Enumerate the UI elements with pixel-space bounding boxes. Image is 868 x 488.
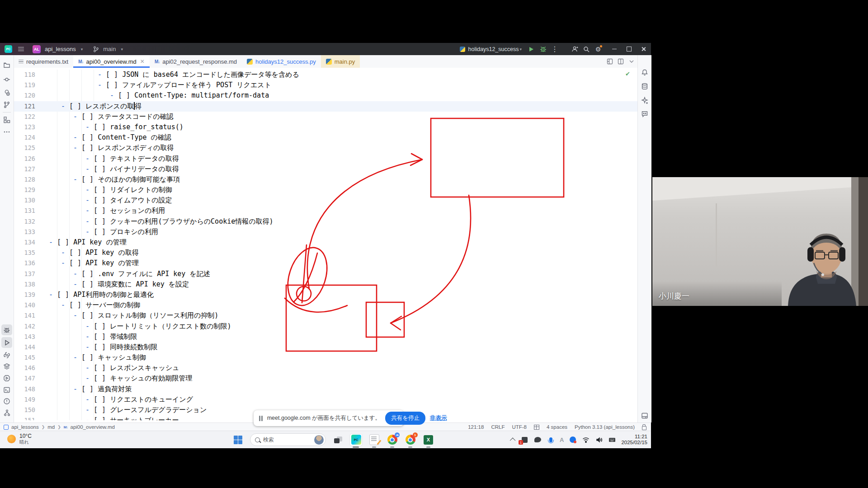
debug-tool-icon[interactable] — [1, 324, 12, 335]
editor-line-132[interactable]: 132- [ ] クッキーの利用(ブラウザからのCookie情報の取得) — [14, 216, 637, 227]
taskbar-pycharm-button[interactable]: PC — [350, 434, 362, 446]
services-layers-icon[interactable] — [1, 361, 12, 372]
editor-line-122[interactable]: 122- [ ] ステータスコードの確認 — [14, 112, 637, 122]
split-editor-icon[interactable] — [618, 58, 624, 65]
caret-position[interactable]: 121:18 — [468, 424, 484, 430]
run-config-name[interactable]: holidays12_success — [468, 46, 519, 52]
file-encoding[interactable]: UTF-8 — [512, 424, 527, 430]
volume-icon[interactable] — [595, 436, 603, 444]
account-icon[interactable] — [569, 43, 580, 55]
breadcrumb-file[interactable]: api00_overview.md — [70, 424, 114, 430]
tab-holidays12-success-py[interactable]: holidays12_success.py — [242, 55, 321, 68]
inspection-ok-icon[interactable]: ✔ — [625, 70, 630, 77]
editor-line-142[interactable]: 142- [ ] レートリミット（リクエスト数の制限) — [14, 321, 637, 332]
editor-line-130[interactable]: 130- [ ] タイムアウトの設定 — [14, 195, 637, 206]
tray-microphone-icon[interactable] — [547, 436, 555, 444]
taskbar-notepad-button[interactable] — [368, 434, 380, 446]
editor-line-136[interactable]: 136- [ ] API key の管理 — [14, 258, 637, 268]
taskbar-excel-button[interactable]: X — [422, 434, 434, 446]
editor-line-134[interactable]: 134- [ ] API key の管理 — [14, 237, 637, 248]
project-name[interactable]: api_lessons — [45, 46, 76, 52]
editor-line-144[interactable]: 144- [ ] 同時接続数制限 — [14, 342, 637, 352]
pull-requests-tool-icon[interactable] — [1, 87, 12, 98]
maximize-button[interactable] — [623, 43, 635, 55]
tab-api02-request-response-md[interactable]: M↓ api02_request_response.md — [150, 55, 242, 68]
branch-chevron-icon[interactable]: ▾ — [121, 47, 123, 52]
editor-line-140[interactable]: 140- [ ] サーバー側の制御 — [14, 300, 637, 310]
tab-api00-overview-md[interactable]: M↓ api00_overview.md ✕ — [73, 55, 150, 68]
tray-meet-icon[interactable] — [569, 436, 577, 444]
keyboard-layout-icon[interactable] — [608, 436, 616, 444]
editor-line-146[interactable]: 146- [ ] レスポンスキャッシュ — [14, 363, 637, 373]
start-button[interactable] — [232, 434, 244, 446]
taskbar-search-input[interactable]: 検索 — [250, 433, 326, 446]
editor-line-127[interactable]: 127- [ ] バイナリデータの取得 — [14, 164, 637, 174]
task-view-button[interactable] — [332, 434, 344, 446]
editor-pane[interactable]: 118- [ ] JSON に base64 エンコードした画像データ等を含める… — [14, 68, 637, 420]
editor-line-120[interactable]: 120- [ ] Content-Type: multipart/form-da… — [14, 90, 637, 101]
editor-line-139[interactable]: 139- [ ] API利用時の制御と最適化 — [14, 290, 637, 300]
indent-setting[interactable]: 4 spaces — [547, 424, 567, 430]
run-button[interactable] — [525, 43, 537, 55]
editor-line-149[interactable]: 149- [ ] リクエストのキューイング — [14, 394, 637, 405]
taskbar-chrome-profile2-button[interactable]: k — [404, 434, 416, 446]
search-everywhere-icon[interactable] — [580, 43, 592, 55]
wifi-icon[interactable] — [582, 436, 590, 444]
line-separator[interactable]: CRLF — [491, 424, 505, 430]
run-config-chevron-icon[interactable]: ▾ — [519, 47, 522, 52]
python-interpreter[interactable]: Python 3.13 (api_lessons) — [575, 424, 635, 430]
close-button[interactable] — [637, 43, 649, 55]
ai-assistant-icon[interactable] — [639, 95, 650, 106]
tray-app-badge-icon[interactable]: 1 — [520, 436, 528, 444]
git-graph-tool-icon[interactable] — [1, 99, 12, 110]
tab-requirements-txt[interactable]: requirements.txt — [14, 55, 73, 68]
editor-line-119[interactable]: 119- [ ] ファイルアップロードを伴う POST リクエスト — [14, 80, 637, 90]
editor-line-137[interactable]: 137- [ ] .env ファイルに API key を記述 — [14, 269, 637, 279]
database-tool-icon[interactable] — [639, 81, 650, 92]
taskbar-chrome-profile1-button[interactable]: ☁ — [386, 434, 398, 446]
editor-line-135[interactable]: 135- [ ] API key の取得 — [14, 248, 637, 258]
column-mode-icon[interactable] — [534, 425, 539, 430]
editor-line-129[interactable]: 129- [ ] リダイレクトの制御 — [14, 185, 637, 195]
tray-expand-chevron-icon[interactable] — [510, 437, 516, 443]
tab-close-icon[interactable]: ✕ — [140, 58, 145, 65]
taskbar-clock[interactable]: 11:21 2025/02/15 — [621, 434, 647, 446]
editor-line-138[interactable]: 138- [ ] 環境変数に API key を設定 — [14, 279, 637, 290]
editor-line-148[interactable]: 148- [ ] 過負荷対策 — [14, 384, 637, 394]
problems-tool-icon[interactable] — [1, 396, 12, 407]
run-anything-icon[interactable] — [1, 373, 12, 384]
python-console-icon[interactable] — [1, 350, 12, 361]
breadcrumb-project[interactable]: api_lessons — [11, 424, 39, 430]
notifications-bell-icon[interactable] — [639, 67, 650, 78]
editor-line-128[interactable]: 128- [ ] そのほかの制御可能な事項 — [14, 174, 637, 185]
branch-name[interactable]: main — [103, 46, 116, 52]
more-actions-icon[interactable]: ⋮ — [549, 43, 561, 55]
ime-latin-indicator[interactable]: A — [560, 436, 564, 443]
layout-selector-icon[interactable] — [607, 58, 613, 65]
run-tool-icon[interactable] — [1, 337, 12, 348]
layout-windows-icon[interactable] — [639, 410, 650, 421]
editor-line-124[interactable]: 124- [ ] Content-Type の確認 — [14, 132, 637, 143]
tab-main-py[interactable]: main.py — [321, 55, 360, 68]
editor-line-118[interactable]: 118- [ ] JSON に base64 エンコードした画像データ等を含める — [14, 70, 637, 80]
ai-chat-icon[interactable] — [639, 108, 650, 119]
readonly-unlock-icon[interactable] — [642, 426, 646, 430]
editor-line-145[interactable]: 145- [ ] キャッシュ制御 — [14, 352, 637, 363]
breadcrumb-folder[interactable]: md — [47, 424, 55, 430]
minimize-button[interactable] — [609, 43, 620, 55]
editor-line-125[interactable]: 125- [ ] レスポンスボディの取得 — [14, 143, 637, 153]
editor-line-133[interactable]: 133- [ ] プロキシの利用 — [14, 227, 637, 237]
editor-line-143[interactable]: 143- [ ] 帯域制限 — [14, 332, 637, 342]
terminal-tool-icon[interactable] — [1, 385, 12, 395]
settings-gear-icon[interactable]: ⚙ — [592, 43, 604, 55]
editor-line-131[interactable]: 131- [ ] セッションの利用 — [14, 206, 637, 216]
editor-line-141[interactable]: 141- [ ] スロットル制御（リソース利用の抑制) — [14, 310, 637, 321]
stop-sharing-button[interactable]: 共有を停止 — [385, 412, 425, 425]
commit-tool-icon[interactable] — [1, 74, 12, 85]
vcs-tool-icon[interactable] — [1, 407, 12, 418]
editor-line-126[interactable]: 126- [ ] テキストデータの取得 — [14, 154, 637, 164]
editor-line-147[interactable]: 147- [ ] キャッシュの有効期限管理 — [14, 373, 637, 384]
tray-mouse-icon[interactable] — [533, 436, 542, 444]
editor-line-121[interactable]: 121- [ ] レスポンスの取得 — [14, 101, 637, 112]
tabs-list-chevron-icon[interactable] — [628, 58, 635, 65]
